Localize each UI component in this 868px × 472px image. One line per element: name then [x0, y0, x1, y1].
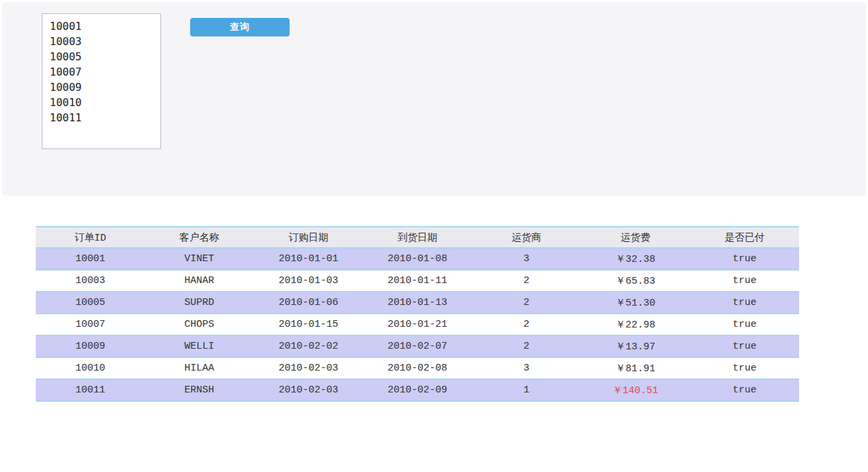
listbox-option[interactable]: 10007 — [50, 64, 160, 80]
query-button[interactable]: 查询 — [190, 18, 290, 36]
column-header-delivery-date: 到货日期 — [363, 227, 472, 248]
cell-freight: ￥81.91 — [581, 357, 690, 379]
cell-delivery-date: 2010-01-11 — [363, 270, 472, 292]
column-header-customer: 客户名称 — [145, 227, 254, 248]
table-row: 10009 WELLI 2010-02-02 2010-02-07 2 ￥13.… — [36, 335, 799, 357]
cell-shipper: 2 — [472, 335, 581, 357]
cell-order-id: 10009 — [36, 335, 145, 357]
cell-customer: HANAR — [145, 270, 254, 292]
listbox-option[interactable]: 10003 — [50, 34, 160, 49]
cell-freight: ￥22.98 — [581, 314, 690, 335]
cell-order-date: 2010-01-15 — [254, 314, 363, 335]
column-header-shipper: 运货商 — [472, 227, 581, 248]
cell-shipper: 2 — [472, 314, 581, 335]
cell-delivery-date: 2010-01-21 — [363, 314, 472, 335]
listbox-option[interactable]: 10011 — [50, 110, 160, 125]
cell-delivery-date: 2010-02-09 — [363, 379, 472, 401]
cell-customer: CHOPS — [145, 314, 254, 335]
cell-order-id: 10005 — [36, 292, 145, 314]
table-row: 10010 HILAA 2010-02-03 2010-02-08 3 ￥81.… — [36, 357, 799, 379]
listbox-option[interactable]: 10001 — [50, 19, 160, 34]
cell-freight: ￥13.97 — [581, 335, 690, 357]
cell-freight: ￥32.38 — [581, 248, 690, 270]
cell-order-id: 10001 — [36, 248, 145, 270]
table-header-row: 订单ID 客户名称 订购日期 到货日期 运货商 运货费 是否已付 — [36, 227, 799, 248]
table-row: 10007 CHOPS 2010-01-15 2010-01-21 2 ￥22.… — [36, 314, 799, 335]
cell-order-date: 2010-02-02 — [254, 335, 363, 357]
cell-order-id: 10010 — [36, 357, 145, 379]
cell-delivery-date: 2010-01-13 — [363, 292, 472, 314]
cell-customer: SUPRD — [145, 292, 254, 314]
cell-customer: HILAA — [145, 357, 254, 379]
cell-delivery-date: 2010-02-07 — [363, 335, 472, 357]
column-header-freight: 运货费 — [581, 227, 690, 248]
cell-shipper: 3 — [472, 357, 581, 379]
cell-freight: ￥65.83 — [581, 270, 690, 292]
cell-customer: VINET — [145, 248, 254, 270]
cell-paid: true — [690, 270, 799, 292]
table-row: 10005 SUPRD 2010-01-06 2010-01-13 2 ￥51.… — [36, 292, 799, 314]
column-header-order-id: 订单ID — [36, 227, 145, 248]
cell-order-id: 10003 — [36, 270, 145, 292]
query-panel: 10001 10003 10005 10007 10009 10010 1001… — [2, 2, 866, 196]
listbox-option[interactable]: 10010 — [50, 95, 160, 110]
listbox-option[interactable]: 10005 — [50, 49, 160, 64]
column-header-paid: 是否已付 — [690, 227, 799, 248]
cell-paid: true — [690, 357, 799, 379]
cell-order-id: 10011 — [36, 379, 145, 401]
orders-table: 订单ID 客户名称 订购日期 到货日期 运货商 运货费 是否已付 10001 V… — [36, 226, 799, 402]
cell-delivery-date: 2010-02-08 — [363, 357, 472, 379]
cell-paid: true — [690, 314, 799, 335]
cell-order-date: 2010-01-06 — [254, 292, 363, 314]
cell-delivery-date: 2010-01-08 — [363, 248, 472, 270]
cell-paid: true — [690, 379, 799, 401]
cell-order-date: 2010-01-01 — [254, 248, 363, 270]
cell-shipper: 3 — [472, 248, 581, 270]
cell-order-date: 2010-02-03 — [254, 379, 363, 401]
cell-shipper: 2 — [472, 270, 581, 292]
cell-paid: true — [690, 335, 799, 357]
cell-order-id: 10007 — [36, 314, 145, 335]
cell-paid: true — [690, 292, 799, 314]
cell-shipper: 2 — [472, 292, 581, 314]
cell-order-date: 2010-01-03 — [254, 270, 363, 292]
column-header-order-date: 订购日期 — [254, 227, 363, 248]
listbox-option[interactable]: 10009 — [50, 80, 160, 95]
cell-order-date: 2010-02-03 — [254, 357, 363, 379]
cell-customer: ERNSH — [145, 379, 254, 401]
order-id-listbox[interactable]: 10001 10003 10005 10007 10009 10010 1001… — [42, 13, 161, 149]
table-row: 10001 VINET 2010-01-01 2010-01-08 3 ￥32.… — [36, 248, 799, 270]
cell-customer: WELLI — [145, 335, 254, 357]
table-row: 10011 ERNSH 2010-02-03 2010-02-09 1 ￥140… — [36, 379, 799, 401]
cell-paid: true — [690, 248, 799, 270]
cell-freight: ￥51.30 — [581, 292, 690, 314]
cell-shipper: 1 — [472, 379, 581, 401]
cell-freight-alert: ￥140.51 — [581, 379, 690, 401]
table-row: 10003 HANAR 2010-01-03 2010-01-11 2 ￥65.… — [36, 270, 799, 292]
